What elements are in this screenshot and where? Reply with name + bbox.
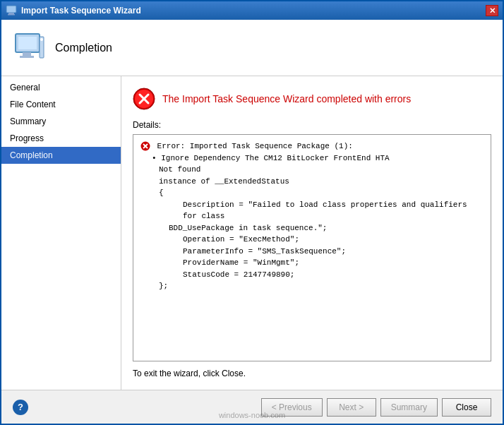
close-x-button[interactable]: ✕ [486,5,498,16]
error-header: The Import Task Sequence Wizard complete… [133,88,491,110]
previous-button[interactable]: < Previous [261,398,323,417]
details-box[interactable]: Error: Imported Task Sequence Package (1… [133,134,491,361]
content-area: The Import Task Sequence Wizard complete… [121,76,503,390]
error-detail-op: Operation = "ExecMethod"; [183,234,484,246]
svg-rect-6 [20,56,34,58]
footer: ? < Previous Next > Summary Close [1,390,503,424]
error-detail-desc: Description = "Failed to load class prop… [183,199,484,222]
header-title: Completion [55,42,112,54]
svg-point-8 [40,38,43,41]
svg-rect-4 [18,37,37,49]
sidebar-item-file-content[interactable]: File Content [1,96,121,113]
sidebar-item-general[interactable]: General [1,79,121,96]
error-detail-bdd: BDD_UsePackage in task sequence."; [169,222,484,234]
footer-left: ? [13,400,28,415]
details-label: Details: [133,120,491,130]
sidebar-item-completion[interactable]: Completion [1,147,121,164]
wizard-icon [6,5,17,16]
sidebar-item-summary[interactable]: Summary [1,113,121,130]
error-detail-line4: { [159,187,484,199]
close-button[interactable]: Close [442,398,491,417]
error-detail-line1: • Ignore Dependency The CM12 BitLocker F… [152,152,484,164]
header-area: Completion [1,20,503,76]
help-button[interactable]: ? [13,400,28,415]
next-button[interactable]: Next > [327,398,376,417]
main-content: General File Content Summary Progress Co… [1,76,503,390]
sidebar-item-progress[interactable]: Progress [1,130,121,147]
error-line-1: Error: Imported Task Sequence Package (1… [140,140,484,152]
svg-rect-1 [8,13,14,14]
error-title: The Import Task Sequence Wizard complete… [162,93,411,104]
title-bar: Import Task Sequence Wizard ✕ [1,1,503,20]
summary-button[interactable]: Summary [380,398,438,417]
footer-buttons: < Previous Next > Summary Close [261,398,491,417]
wizard-window: Import Task Sequence Wizard ✕ Completion… [0,0,504,425]
svg-rect-2 [8,14,15,16]
inline-error-icon [140,141,150,151]
error-detail-status: StatusCode = 2147749890; [183,269,484,281]
sidebar: General File Content Summary Progress Co… [1,76,121,390]
error-detail-line3: instance of __ExtendedStatus [159,176,484,188]
error-detail-provider: ProviderName = "WinMgmt"; [183,257,484,269]
error-detail-line2: Not found [159,164,484,176]
svg-rect-5 [23,52,31,56]
title-bar-left: Import Task Sequence Wizard [6,5,141,16]
window-title: Import Task Sequence Wizard [21,6,141,16]
error-icon [133,88,155,110]
exit-hint: To exit the wizard, click Close. [133,369,491,378]
svg-rect-0 [6,6,16,13]
error-detail-param: ParameterInfo = "SMS_TaskSequence"; [183,246,484,258]
error-detail-close: }; [159,280,484,292]
header-wizard-icon [13,31,47,65]
